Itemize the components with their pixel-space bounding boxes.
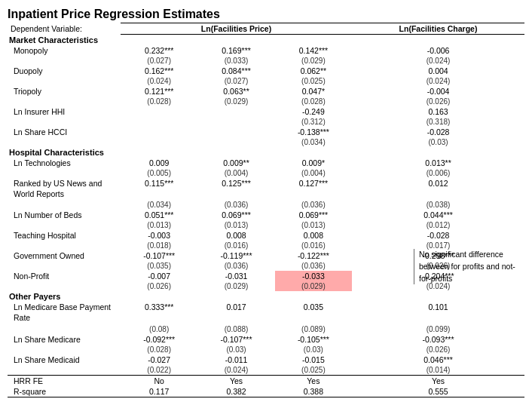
annotation-text: No significant difference between for pr… — [419, 250, 515, 283]
section-hospital-header: Hospital Characteristics — [8, 147, 524, 158]
row-share-medicare-se: (0.028) (0.03) (0.03) (0.026) — [8, 345, 524, 354]
row-beds-values: Ln Number of Beds 0.051*** 0.069*** 0.06… — [8, 210, 524, 220]
label-medicare-base: Ln Medicare Base PaymentRate — [8, 302, 121, 324]
section-other-payers: Other Payers — [8, 291, 524, 302]
page-title: Inpatient Price Regression Estimates — [8, 8, 524, 21]
dependent-label: Dependent Variable: — [8, 23, 121, 35]
nonprofit-highlighted-se: (0.029) — [275, 281, 352, 291]
row-share-hcci-values: Ln Share HCCI -0.138*** -0.028 — [8, 127, 524, 137]
duopoly-v4: 0.004 — [352, 66, 524, 76]
col-group-price: Ln(Facilities Price) — [121, 23, 352, 35]
label-share-hcci: Ln Share HCCI — [8, 127, 121, 137]
row-triopoly-values: Triopoly 0.121*** 0.063** 0.047* -0.004 — [8, 86, 524, 97]
row-ranked-values: Ranked by US News andWorld Reports 0.115… — [8, 178, 524, 200]
monopoly-v4: -0.006 — [352, 45, 524, 56]
row-beds-se: (0.013) (0.013) (0.013) (0.012) — [8, 220, 524, 230]
label-ranked: Ranked by US News andWorld Reports — [8, 178, 121, 200]
row-rsquare: R-square 0.117 0.382 0.388 0.555 — [8, 386, 524, 397]
row-share-medicaid-values: Ln Share Medicaid -0.027 -0.011 -0.015 0… — [8, 354, 524, 365]
row-insurer-hhi-se: (0.312) (0.318) — [8, 117, 524, 127]
page-container: Inpatient Price Regression Estimates Dep… — [8, 8, 524, 399]
monopoly-v1: 0.232*** — [121, 45, 197, 56]
label-rsquare: R-square — [8, 386, 121, 397]
label-beds: Ln Number of Beds — [8, 210, 121, 220]
regression-table: Dependent Variable: Ln(Facilities Price)… — [8, 23, 524, 397]
monopoly-se3: (0.029) — [275, 56, 352, 66]
row-monopoly-values: Monopoly 0.232*** 0.169*** 0.142*** -0.0… — [8, 45, 524, 56]
duopoly-v2: 0.084*** — [197, 66, 274, 76]
monopoly-v3: 0.142*** — [275, 45, 352, 56]
label-ln-tech: Ln Technologies — [8, 158, 121, 168]
monopoly-se1: (0.027) — [121, 56, 197, 66]
monopoly-se4: (0.024) — [352, 56, 524, 66]
duopoly-v1: 0.162*** — [121, 66, 197, 76]
label-insurer-hhi: Ln Insurer HHI — [8, 106, 121, 117]
annotation-box: No significant difference between for pr… — [414, 249, 523, 284]
label-teaching: Teaching Hospital — [8, 230, 121, 241]
row-medicare-base-se: (0.08) (0.088) (0.089) (0.099) — [8, 324, 524, 334]
monopoly-v2: 0.169*** — [197, 45, 274, 56]
row-medicare-base-values: Ln Medicare Base PaymentRate 0.333*** 0.… — [8, 302, 524, 324]
monopoly-se2: (0.033) — [197, 56, 274, 66]
header-row-1: Dependent Variable: Ln(Facilities Price)… — [8, 23, 524, 35]
duopoly-v3: 0.062** — [275, 66, 352, 76]
label-triopoly: Triopoly — [8, 86, 121, 97]
label-share-medicaid: Ln Share Medicaid — [8, 354, 121, 365]
row-hrr-fe: HRR FE No Yes Yes Yes — [8, 375, 524, 386]
label-share-medicare: Ln Share Medicare — [8, 334, 121, 345]
label-monopoly: Monopoly — [8, 45, 121, 56]
section-other-header: Other Payers — [8, 291, 524, 302]
col-group-charge: Ln(Facilities Charge) — [352, 23, 524, 35]
nonprofit-highlighted-value: -0.033 — [275, 271, 352, 281]
label-hrr-fe: HRR FE — [8, 375, 121, 386]
row-duopoly-values: Duopoly 0.162*** 0.084*** 0.062** 0.004 — [8, 66, 524, 76]
section-market-header: Market Characteristics — [8, 35, 524, 46]
row-monopoly-se: (0.027) (0.033) (0.029) (0.024) — [8, 56, 524, 66]
row-share-medicare-values: Ln Share Medicare -0.092*** -0.107*** -0… — [8, 334, 524, 345]
section-market: Market Characteristics — [8, 35, 524, 46]
row-ln-tech-values: Ln Technologies 0.009 0.009** 0.009* 0.0… — [8, 158, 524, 168]
section-hospital: Hospital Characteristics — [8, 147, 524, 158]
row-insurer-hhi-values: Ln Insurer HHI -0.249 0.163 — [8, 106, 524, 117]
row-duopoly-se: (0.024) (0.027) (0.025) (0.024) — [8, 76, 524, 86]
label-duopoly: Duopoly — [8, 66, 121, 76]
row-share-hcci-se: (0.034) (0.03) — [8, 137, 524, 147]
row-ranked-se: (0.034) (0.036) (0.036) (0.038) — [8, 200, 524, 210]
row-triopoly-se: (0.028) (0.029) (0.028) (0.026) — [8, 97, 524, 106]
label-gov: Government Owned — [8, 250, 121, 261]
row-share-medicaid-se: (0.022) (0.024) (0.025) (0.014) — [8, 365, 524, 376]
row-ln-tech-se: (0.005) (0.004) (0.004) (0.006) — [8, 168, 524, 178]
row-teaching-values: Teaching Hospital -0.003 0.008 0.008 -0.… — [8, 230, 524, 241]
label-nonprofit: Non-Profit — [8, 271, 121, 281]
